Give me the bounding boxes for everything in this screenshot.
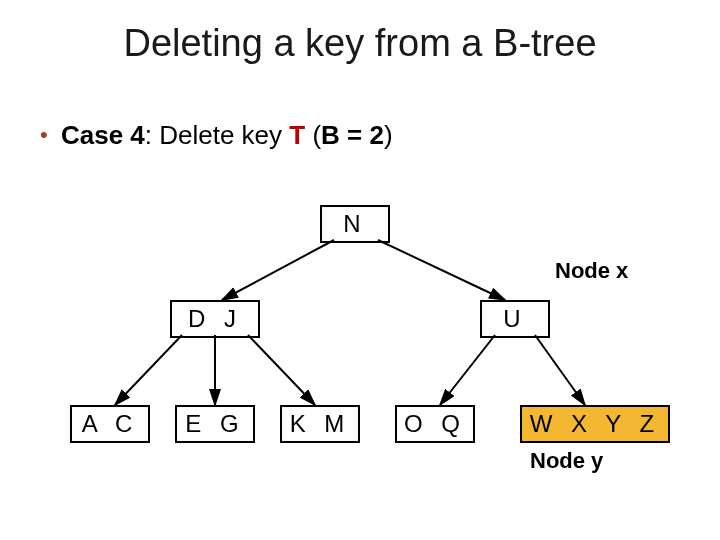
- bullet-text-3: ): [384, 120, 393, 150]
- bullet-text-2: (: [305, 120, 321, 150]
- tree-node-root: N: [320, 205, 390, 243]
- delete-key: T: [289, 120, 305, 150]
- tree-leaf-ac: A C: [70, 405, 150, 443]
- svg-line-0: [222, 240, 334, 300]
- svg-line-4: [248, 335, 315, 405]
- case-label: Case 4: [61, 120, 145, 150]
- tree-leaf-wxyz: W X Y Z: [520, 405, 670, 443]
- tree-leaf-km: K M: [280, 405, 360, 443]
- svg-line-2: [115, 335, 182, 405]
- tree-node-u: U: [480, 300, 550, 338]
- svg-line-6: [535, 335, 585, 405]
- label-node-x: Node x: [555, 258, 628, 284]
- tree-node-dj: D J: [170, 300, 260, 338]
- label-node-y: Node y: [530, 448, 603, 474]
- svg-line-5: [440, 335, 495, 405]
- case-bullet: • Case 4: Delete key T (B = 2): [40, 120, 393, 151]
- tree-leaf-oq: O Q: [395, 405, 475, 443]
- slide-title: Deleting a key from a B-tree: [0, 0, 720, 65]
- bullet-dot-icon: •: [40, 122, 48, 147]
- tree-leaf-eg: E G: [175, 405, 255, 443]
- svg-line-1: [378, 240, 505, 300]
- bullet-text-1: : Delete key: [145, 120, 290, 150]
- b-value: B = 2: [321, 120, 384, 150]
